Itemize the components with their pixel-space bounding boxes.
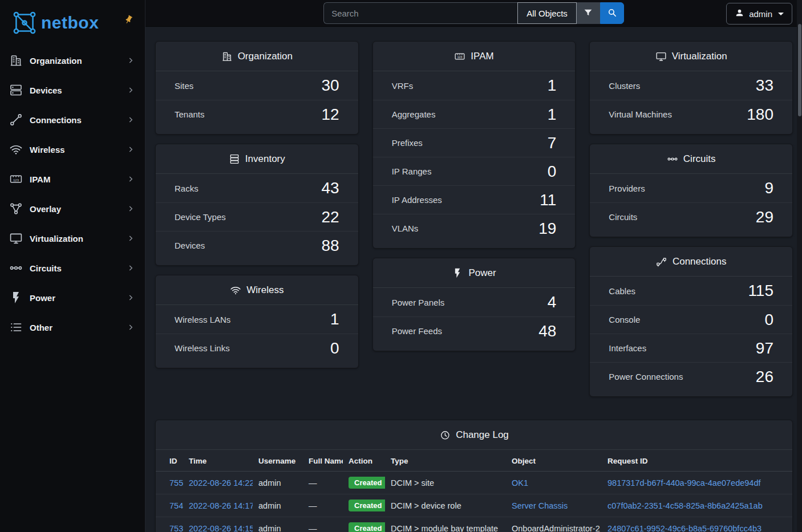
sidebar-item-circuits[interactable]: Circuits (0, 253, 145, 283)
change-time-link[interactable]: 2022-08-26 14:15 (189, 524, 253, 532)
stat-value-link[interactable]: 29 (756, 208, 773, 226)
change-object-link[interactable]: OK1 (512, 478, 528, 488)
change-type: DCIM > device role (385, 494, 506, 517)
stat-label: Wireless LANs (175, 315, 230, 324)
sidebar-item-connections[interactable]: Connections (0, 105, 145, 135)
stat-label: Interfaces (609, 343, 646, 353)
stat-row: Circuits 29 (590, 202, 792, 231)
change-id-link[interactable]: 753 (169, 524, 183, 532)
stat-row: Clusters 33 (590, 71, 792, 100)
stat-row: IP Ranges 0 (373, 157, 576, 185)
inventory-card: Inventory Racks 43 Device Types 22 Devic… (155, 144, 359, 266)
search-input[interactable] (323, 2, 517, 24)
card-title: Organization (238, 51, 293, 62)
building-icon (9, 54, 23, 67)
power-card: Power Power Panels 4 Power Feeds 48 (372, 258, 576, 351)
caret-down-icon (778, 13, 784, 15)
sidebar-item-virtualization[interactable]: Virtualization (0, 224, 145, 253)
netbox-logo-text[interactable]: netbox (41, 13, 99, 33)
stat-label: Sites (175, 81, 193, 91)
transit-icon (9, 261, 23, 275)
changelog-row: 753 2022-08-26 14:15 admin — Created DCI… (156, 517, 792, 532)
stat-value-link[interactable]: 0 (548, 163, 557, 181)
search-group: All Objects (323, 2, 624, 24)
column-header-id: ID (156, 450, 183, 472)
sidebar-item-other[interactable]: Other (0, 312, 145, 342)
stat-value-link[interactable]: 19 (538, 220, 556, 238)
sidebar-menu: Organization Devices (0, 46, 145, 342)
stat-value-link[interactable]: 97 (756, 339, 773, 358)
stat-value-link[interactable]: 9 (764, 179, 773, 197)
stat-value-link[interactable]: 1 (548, 76, 557, 95)
stat-label: Wireless Links (175, 343, 230, 353)
sidebar-item-organization[interactable]: Organization (0, 46, 145, 75)
stat-value-link[interactable]: 43 (322, 179, 339, 197)
object-type-button[interactable]: All Objects (517, 2, 577, 24)
change-time-link[interactable]: 2022-08-26 14:17 (189, 501, 253, 510)
card-header: Virtualization (590, 42, 792, 71)
brand: netbox (0, 0, 145, 46)
stat-label: Racks (175, 184, 199, 193)
stat-value-link[interactable]: 1 (330, 310, 339, 328)
cards-column-2: 123 IPAM VRFs 1 Aggregates 1 (372, 41, 576, 397)
chevron-right-icon (127, 294, 135, 302)
card-title: Virtualization (672, 51, 727, 62)
sidebar-item-devices[interactable]: Devices (0, 75, 145, 105)
request-id-link[interactable]: c07f0ab2-2351-4c58-825a-8b6a2425a1ab (607, 501, 763, 510)
stat-row: Console 0 (590, 305, 792, 334)
main-area: All Objects adm (145, 0, 802, 532)
filter-button[interactable] (577, 2, 600, 24)
change-time-link[interactable]: 2022-08-26 14:22 (189, 478, 253, 488)
sidebar-item-power[interactable]: Power (0, 283, 145, 312)
sidebar-item-wireless[interactable]: Wireless (0, 135, 145, 164)
stat-value-link[interactable]: 88 (322, 237, 339, 255)
card-header: Organization (156, 42, 358, 71)
change-id-link[interactable]: 754 (169, 501, 183, 510)
wifi-icon (9, 143, 23, 156)
person-icon (735, 8, 744, 19)
netbox-logo-icon[interactable] (10, 9, 39, 37)
card-title: Connections (673, 256, 727, 267)
circuits-card: Circuits Providers 9 Circuits 29 (589, 144, 793, 237)
scrollbar-track[interactable] (797, 0, 802, 532)
stat-value-link[interactable]: 11 (540, 191, 556, 209)
stat-value-link[interactable]: 180 (747, 105, 773, 124)
stat-value-link[interactable]: 1 (548, 105, 557, 124)
chevron-right-icon (127, 175, 135, 183)
sidebar-item-ipam[interactable]: 123 IPAM (0, 164, 145, 194)
stat-value-link[interactable]: 4 (548, 293, 557, 311)
connections-card: Connections Cables 115 Console 0 Interfa… (589, 246, 793, 397)
request-id-link[interactable]: 9817317d-b67f-440a-99ca-4ae07ede94df (607, 478, 760, 488)
scrollbar-thumb[interactable] (798, 24, 801, 116)
sidebar-item-label: Virtualization (30, 234, 127, 243)
stat-value-link[interactable]: 12 (322, 105, 339, 124)
change-id-link[interactable]: 755 (169, 478, 183, 488)
stat-value-link[interactable]: 22 (322, 208, 339, 226)
stat-value-link[interactable]: 30 (322, 76, 339, 95)
stat-value-link[interactable]: 0 (764, 311, 773, 329)
stat-value-link[interactable]: 48 (538, 322, 556, 340)
change-object: OnboardAdministrator-2 (506, 517, 602, 532)
card-title: IPAM (471, 51, 493, 62)
pin-sidebar-icon[interactable] (124, 15, 133, 27)
column-header-request-id: Request ID (602, 450, 792, 472)
netbox-app: netbox Organization (0, 0, 802, 532)
search-submit-button[interactable] (600, 2, 624, 24)
stat-value-link[interactable]: 7 (548, 134, 557, 152)
request-id-link[interactable]: 24807c61-9952-49c6-b8a5-69760bfcc4b3 (607, 524, 762, 532)
wifi-icon (230, 285, 241, 296)
stat-value-link[interactable]: 26 (756, 368, 773, 386)
stat-value-link[interactable]: 33 (756, 76, 773, 95)
chevron-right-icon (127, 264, 135, 272)
change-type: DCIM > site (385, 472, 506, 494)
card-title: Change Log (456, 429, 509, 441)
change-type: DCIM > module bay template (385, 517, 506, 532)
stat-label: Tenants (175, 109, 205, 119)
svg-text:123: 123 (457, 55, 463, 59)
stat-value-link[interactable]: 115 (748, 282, 773, 300)
sidebar-item-overlay[interactable]: Overlay (0, 194, 145, 224)
user-menu-button[interactable]: admin (726, 3, 792, 25)
change-object-link[interactable]: Server Chassis (512, 501, 568, 510)
stat-value-link[interactable]: 0 (330, 339, 339, 358)
stat-label: Circuits (609, 212, 637, 222)
